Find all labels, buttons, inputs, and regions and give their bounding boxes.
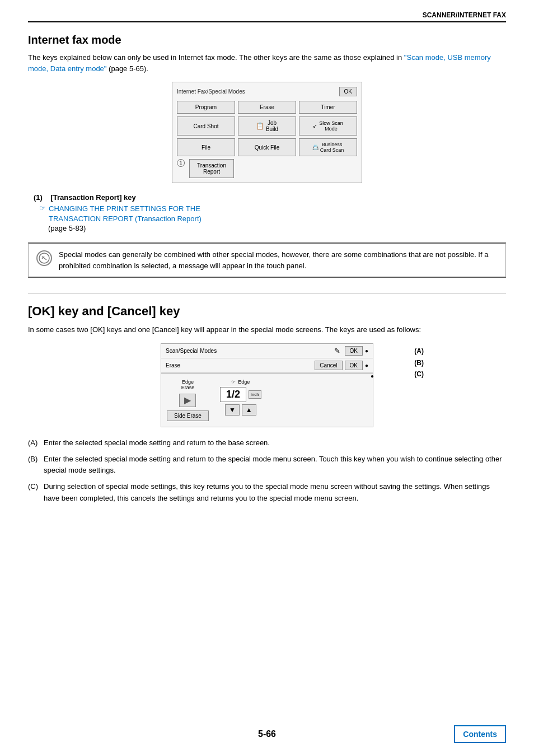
panel-btn-slowscan[interactable]: ↙Slow ScanMode: [299, 116, 357, 136]
lettered-item-C: (C) During selection of special mode set…: [28, 481, 506, 505]
right-panel-label: ☞ Edge: [231, 379, 250, 385]
panel2-row2-controls: Cancel OK ●: [315, 361, 368, 370]
panel-btn-erase[interactable]: Erase: [238, 101, 296, 114]
panel2-row2-ok[interactable]: OK: [345, 361, 363, 370]
panel-buttons: Program Erase Timer Card Shot 📋JobBuild …: [177, 101, 357, 156]
panel2-cancel-btn[interactable]: Cancel: [315, 361, 342, 370]
panel2-wrapper: Scan/Special Modes ✎ OK ● Erase Cancel O…: [141, 343, 393, 427]
panel-btn-quickfile[interactable]: Quick File: [238, 138, 296, 156]
edge-erase-label: EdgeErase: [181, 379, 195, 390]
contents-button[interactable]: Contents: [454, 725, 506, 743]
lettered-item-A: (A) Enter the selected special mode sett…: [28, 437, 506, 449]
panel2-right: ☞ Edge 1/2 inch ▼ ▲: [220, 379, 261, 421]
right-panel-number: 1/2: [220, 387, 246, 402]
panel-title: Internet Fax/Special Modes: [177, 88, 245, 95]
panel2-row1-controls: OK ●: [345, 346, 369, 356]
item-C-label: (C): [28, 481, 44, 505]
note-text: Special modes can generally be combined …: [59, 249, 498, 271]
side-erase-btn[interactable]: Side Erase: [167, 410, 209, 421]
annotation-link-text[interactable]: CHANGING THE PRINT SETTINGS FOR THETRANS…: [49, 204, 202, 224]
panel-header: Internet Fax/Special Modes OK: [177, 87, 357, 96]
ok-cancel-panel: Scan/Special Modes ✎ OK ● Erase Cancel O…: [161, 343, 373, 427]
annotation-key: (1) [Transaction Report] key: [34, 193, 136, 202]
panel2-body: EdgeErase ▶ Side Erase ☞ Edge 1/2 inch: [161, 374, 373, 427]
callout-c-line: ●: [161, 373, 373, 374]
panel-btn-jobbuild[interactable]: 📋JobBuild: [238, 116, 296, 136]
item-A-text: Enter the selected special mode setting …: [44, 437, 506, 449]
page-number: 5-66: [258, 729, 276, 739]
callout-C-dot: ●: [371, 373, 374, 379]
panel-btn-bizcard[interactable]: 📇BusinessCard Scan: [299, 138, 357, 156]
item-B-label: (B): [28, 454, 44, 477]
panel2-left: EdgeErase ▶ Side Erase: [167, 379, 209, 421]
annotation-item-1: (1) [Transaction Report] key ☞ CHANGING …: [34, 193, 506, 232]
panel-ok-button[interactable]: OK: [339, 87, 357, 96]
lettered-list: (A) Enter the selected special mode sett…: [28, 437, 506, 505]
section1-heading: Internet fax mode: [28, 34, 506, 46]
annotation-section: (1) [Transaction Report] key ☞ CHANGING …: [28, 193, 506, 232]
panel2-row2-label: Erase: [166, 362, 315, 368]
panel2-row2: Erase Cancel OK ●: [161, 358, 373, 373]
right-edge-label: Edge: [238, 379, 250, 385]
section1-intro: The keys explained below can only be use…: [28, 52, 506, 74]
panel-btn-file[interactable]: File: [177, 138, 235, 156]
section2-heading: [OK] key and [Cancel] key: [28, 293, 506, 319]
callout-C: (C): [414, 370, 424, 378]
note-icon: [36, 250, 52, 266]
arrow-down-btn[interactable]: ▼: [225, 404, 240, 416]
panel-transaction-row: 1 TransactionReport: [177, 159, 357, 178]
annotation-num: 1: [177, 159, 185, 167]
annotation-page: (page 5-83): [34, 224, 506, 232]
panel-btn-program[interactable]: Program: [177, 101, 235, 114]
header-title: SCANNER/INTERNET FAX: [423, 11, 506, 19]
ref-icon: ☞: [39, 204, 46, 212]
page-footer: 5-66 Contents: [28, 729, 506, 739]
annotation-link: ☞ CHANGING THE PRINT SETTINGS FOR THETRA…: [34, 204, 506, 224]
section2: [OK] key and [Cancel] key In some cases …: [28, 293, 506, 504]
section2-intro: In some cases two [OK] keys and one [Can…: [28, 324, 506, 335]
callout-B: (B): [414, 359, 424, 367]
panel-btn-timer[interactable]: Timer: [299, 101, 357, 114]
panel2-row1-label: Scan/Special Modes: [166, 348, 334, 354]
lettered-item-B: (B) Enter the selected special mode sett…: [28, 454, 506, 477]
internet-fax-panel: Internet Fax/Special Modes OK Program Er…: [172, 82, 362, 183]
right-ref-icon: ☞: [231, 379, 236, 385]
note-box: Special modes can generally be combined …: [28, 242, 506, 278]
right-num-row: 1/2 inch: [220, 387, 261, 402]
callout-A-dot: ●: [365, 348, 368, 354]
panel2-row1-ok[interactable]: OK: [345, 346, 363, 356]
section1: Internet fax mode The keys explained bel…: [28, 34, 506, 278]
panel2-row1: Scan/Special Modes ✎ OK ●: [161, 344, 373, 358]
item-A-label: (A): [28, 437, 44, 449]
page-header: SCANNER/INTERNET FAX: [28, 11, 506, 22]
panel-btn-cardshot[interactable]: Card Shot: [177, 116, 235, 136]
arrow-up-btn[interactable]: ▲: [242, 404, 256, 416]
right-panel-arrows: ▼ ▲: [225, 404, 256, 416]
item-B-text: Enter the selected special mode setting …: [44, 454, 506, 477]
callout-B-dot: ●: [365, 362, 368, 368]
panel-btn-transaction[interactable]: TransactionReport: [189, 159, 234, 178]
callout-A: (A): [414, 347, 424, 355]
panel2-icon: ✎: [334, 347, 340, 355]
item-C-text: During selection of special mode setting…: [44, 481, 506, 505]
right-unit: inch: [249, 390, 261, 399]
erase-icon-box: ▶: [179, 394, 196, 407]
